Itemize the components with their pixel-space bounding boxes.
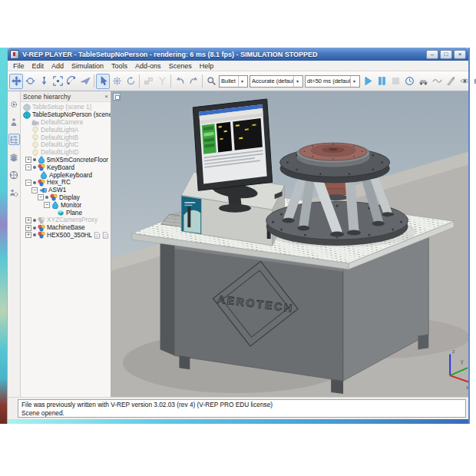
- expand-toggle[interactable]: +: [25, 217, 31, 223]
- user-settings-button[interactable]: [8, 187, 20, 198]
- tree-item-applekeyboard[interactable]: AppleKeyboard: [21, 171, 111, 179]
- threaded-rendering-button[interactable]: [444, 74, 458, 89]
- menu-add[interactable]: Add: [48, 62, 68, 70]
- expand-toggle[interactable]: −: [31, 187, 38, 193]
- undo-icon: [175, 76, 185, 86]
- tree-item-defaultlightb[interactable]: DefaultLightB: [21, 134, 111, 141]
- model-marker: [33, 181, 36, 184]
- monitor-screen: [199, 104, 266, 183]
- real-time-toggle-button[interactable]: [402, 74, 416, 89]
- layer-selector-button[interactable]: [8, 151, 20, 163]
- object-shift-button[interactable]: [110, 74, 124, 89]
- tree-item-xyzcameraproxy[interactable]: +XYZCameraProxy: [21, 217, 111, 224]
- tree-item-defaultlightc[interactable]: DefaultLightC: [21, 141, 111, 149]
- expand-toggle[interactable]: +: [25, 157, 31, 163]
- main-toolbar: Bullet▾ Accurate (default)▾ dt=50 ms (de…: [8, 71, 468, 91]
- model-marker: [33, 166, 36, 169]
- hierarchy-close-button[interactable]: ×: [104, 93, 108, 100]
- transfer-dna-button[interactable]: [155, 74, 169, 89]
- tree-item-defaultlightd[interactable]: DefaultLightD: [21, 149, 111, 157]
- minimize-button[interactable]: –: [426, 50, 438, 59]
- camera-pan-button[interactable]: [9, 74, 23, 89]
- toolbar-separator: [94, 74, 94, 88]
- scene-hierarchy-button[interactable]: [8, 134, 20, 145]
- visibility-button[interactable]: [458, 74, 471, 89]
- redo-icon: [189, 76, 199, 86]
- camera-angle-button[interactable]: [64, 74, 78, 89]
- tree-item-defaultcamera[interactable]: DefaultCamera: [21, 119, 111, 127]
- tree-item-machinebase[interactable]: +MachineBase: [21, 224, 111, 232]
- model-browser-button[interactable]: [8, 116, 20, 127]
- expand-toggle[interactable]: +: [25, 232, 31, 238]
- menu-help[interactable]: Help: [196, 62, 218, 70]
- play-button[interactable]: [361, 74, 375, 89]
- page-selector-icon[interactable]: [113, 93, 121, 101]
- shape-icon: [40, 171, 48, 179]
- multishape-icon: [38, 224, 45, 232]
- person-gear-icon: [9, 188, 18, 197]
- left-toolbar: [8, 91, 21, 397]
- video-recorder-button[interactable]: [471, 74, 476, 89]
- menu-tools[interactable]: Tools: [107, 62, 131, 70]
- tree-item-plane[interactable]: Plane: [21, 209, 111, 217]
- dynamics-visualization-button[interactable]: [416, 74, 430, 89]
- stop-icon: [391, 76, 401, 86]
- tree-item-tablesetup-scene1[interactable]: TableSetup (scene 1): [21, 104, 111, 111]
- video-recorder-side-button[interactable]: [8, 169, 20, 180]
- title-bar[interactable]: V-REP PLAYER - TableSetupNoPerson - rend…: [8, 48, 468, 61]
- bird-icon: [432, 76, 442, 86]
- expand-toggle[interactable]: −: [25, 164, 31, 170]
- menu-edit[interactable]: Edit: [28, 62, 48, 70]
- menu-scenes[interactable]: Scenes: [165, 62, 196, 70]
- toolbar-separator: [202, 74, 203, 88]
- precision-select[interactable]: Accurate (default)▾: [250, 75, 303, 88]
- timestep-select[interactable]: dt=50 ms (default)▾: [305, 75, 360, 88]
- expand-toggle[interactable]: −: [25, 180, 31, 186]
- world-icon: [23, 111, 31, 119]
- bird-view-button[interactable]: [430, 74, 444, 89]
- tree-item-concretefloor[interactable]: +5mX5mConcreteFloor: [21, 157, 111, 164]
- tree-item-asw1[interactable]: −ASW1: [21, 187, 111, 194]
- tree-item-hex500-350hl[interactable]: +HEX500_350HL: [21, 232, 111, 240]
- tree-item-display[interactable]: −Display: [21, 194, 111, 202]
- tree-item-defaultlighta[interactable]: DefaultLightA: [21, 126, 111, 134]
- menu-simulation[interactable]: Simulation: [68, 62, 107, 70]
- redo-button[interactable]: [187, 74, 200, 89]
- tree-item-keyboard[interactable]: −KeyBoard: [21, 164, 111, 171]
- menu-file[interactable]: File: [9, 62, 28, 70]
- pause-icon: [377, 76, 387, 86]
- select-cursor-button[interactable]: [96, 74, 110, 89]
- tree-item-monitor[interactable]: −Monitor: [21, 201, 111, 209]
- pause-button[interactable]: [375, 74, 388, 89]
- expand-toggle[interactable]: −: [44, 202, 50, 208]
- camera-zoom-button[interactable]: [37, 74, 51, 89]
- car-icon: [418, 76, 428, 86]
- fit-to-view-button[interactable]: [51, 74, 64, 89]
- maximize-button[interactable]: □: [440, 50, 452, 59]
- camera-rotate-button[interactable]: [23, 74, 37, 89]
- physics-engine-select[interactable]: Bullet▾: [219, 75, 248, 88]
- fly-mode-button[interactable]: [78, 74, 92, 89]
- stop-button[interactable]: [388, 74, 402, 89]
- assemble-button[interactable]: [141, 74, 155, 89]
- menu-addons[interactable]: Add-ons: [131, 62, 165, 70]
- model-marker: [33, 219, 36, 222]
- scene-hierarchy-panel: Scene hierarchy × TableSetup (scene 1) T…: [21, 91, 111, 397]
- window-title: V-REP PLAYER - TableSetupNoPerson - rend…: [22, 51, 426, 58]
- undo-button[interactable]: [173, 74, 187, 89]
- gear-play-icon: [9, 100, 18, 109]
- play-icon: [363, 76, 373, 86]
- expand-toggle[interactable]: +: [25, 225, 31, 231]
- object-rotate-button[interactable]: [124, 74, 137, 89]
- transfer-dna-icon: [157, 76, 167, 86]
- light-icon: [31, 149, 39, 157]
- tree-item-hex-rc[interactable]: −Hex_RC: [21, 179, 111, 187]
- viewport-3d[interactable]: AEROTECH: [111, 91, 468, 397]
- multishape-icon: [50, 193, 58, 201]
- close-button[interactable]: ×: [454, 50, 466, 59]
- tree-item-tablesetupnoperson-scene2[interactable]: TableSetupNoPerson (scene 2): [21, 111, 111, 119]
- expand-toggle[interactable]: −: [38, 194, 44, 200]
- chevron-down-icon: ▾: [350, 76, 358, 87]
- simulation-settings-button[interactable]: [8, 98, 20, 110]
- scene-search-button[interactable]: [204, 74, 218, 89]
